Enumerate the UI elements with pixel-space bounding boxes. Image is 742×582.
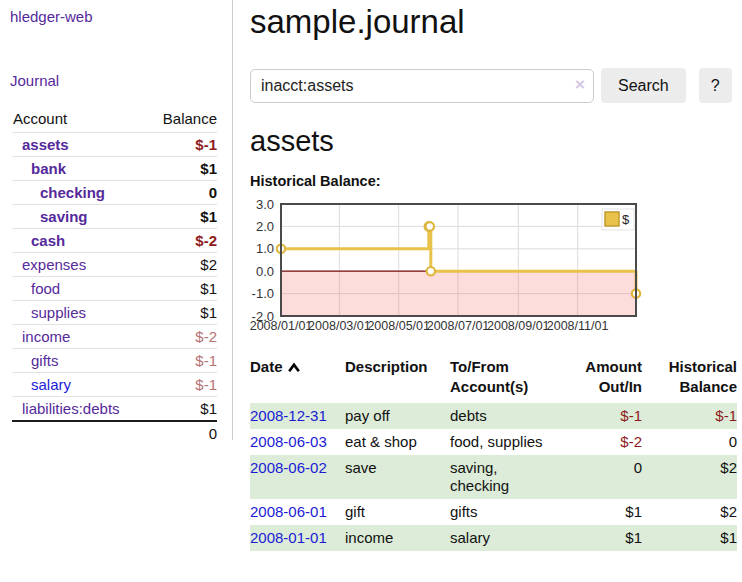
account-page-title: assets bbox=[250, 124, 742, 158]
account-row: checking0 bbox=[12, 181, 217, 205]
account-link[interactable]: liabilities:debts bbox=[12, 400, 120, 417]
transaction-accounts: salary bbox=[450, 525, 560, 551]
account-link[interactable]: income bbox=[12, 328, 70, 345]
register-table-body: 2008-12-31pay offdebts$-1$-12008-06-03ea… bbox=[250, 403, 737, 551]
svg-text:3.0: 3.0 bbox=[256, 197, 274, 212]
transaction-date-link[interactable]: 2008-06-01 bbox=[250, 503, 327, 520]
register-table: Date Description To/From Account(s) Amou… bbox=[250, 355, 737, 551]
accounts-table-body: assets$-1bank$1checking0saving$1cash$-2e… bbox=[12, 133, 217, 446]
account-balance: $1 bbox=[147, 157, 217, 181]
search-input[interactable] bbox=[250, 69, 594, 103]
account-balance: $1 bbox=[147, 205, 217, 229]
accounts-table: Account Balance assets$-1bank$1checking0… bbox=[12, 110, 217, 445]
transaction-amount: $-2 bbox=[560, 429, 642, 455]
description-column-header: Description bbox=[345, 355, 450, 403]
account-row: gifts$-1 bbox=[12, 349, 217, 373]
svg-text:0.0: 0.0 bbox=[256, 264, 274, 279]
account-balance: $-1 bbox=[147, 349, 217, 373]
search-button[interactable]: Search bbox=[601, 68, 686, 103]
transaction-date-link[interactable]: 2008-01-01 bbox=[250, 529, 327, 546]
account-row: supplies$1 bbox=[12, 301, 217, 325]
account-link[interactable]: supplies bbox=[12, 304, 86, 321]
search-input-wrapper: × bbox=[250, 69, 594, 103]
transaction-description: eat & shop bbox=[345, 429, 450, 455]
account-link[interactable]: expenses bbox=[12, 256, 86, 273]
account-row: saving$1 bbox=[12, 205, 217, 229]
accounts-total-balance: 0 bbox=[147, 421, 217, 445]
account-balance: $1 bbox=[147, 301, 217, 325]
main-content: sample.journal × Search ? assets Histori… bbox=[234, 0, 742, 551]
account-balance: $-1 bbox=[147, 133, 217, 157]
search-form: × Search ? bbox=[250, 68, 742, 103]
account-balance: $2 bbox=[147, 253, 217, 277]
transaction-description: save bbox=[345, 455, 450, 499]
transaction-date-link[interactable]: 2008-06-03 bbox=[250, 433, 327, 450]
account-balance: $1 bbox=[147, 397, 217, 422]
amount-column-header: Amount Out/In bbox=[560, 355, 642, 403]
account-balance: 0 bbox=[147, 181, 217, 205]
transaction-amount: $1 bbox=[560, 499, 642, 525]
account-balance: $-2 bbox=[147, 229, 217, 253]
svg-text:2008/03/01: 2008/03/01 bbox=[308, 319, 371, 333]
account-link[interactable]: food bbox=[12, 280, 60, 297]
clear-search-icon[interactable]: × bbox=[575, 75, 585, 95]
accounts-total-row: 0 bbox=[12, 421, 217, 445]
account-column-header: Account bbox=[12, 110, 147, 133]
transaction-amount: $1 bbox=[560, 525, 642, 551]
account-row: expenses$2 bbox=[12, 253, 217, 277]
account-link[interactable]: assets bbox=[12, 136, 69, 153]
balance-column-header: Balance bbox=[147, 110, 217, 133]
account-balance: $-2 bbox=[147, 325, 217, 349]
register-row: 2008-01-01incomesalary$1$1 bbox=[250, 525, 737, 551]
account-link[interactable]: cash bbox=[12, 232, 65, 249]
account-link[interactable]: checking bbox=[12, 184, 105, 201]
account-row: food$1 bbox=[12, 277, 217, 301]
account-balance: $-1 bbox=[147, 373, 217, 397]
balance-column-header-register: Historical Balance bbox=[642, 355, 737, 403]
account-row: liabilities:debts$1 bbox=[12, 397, 217, 422]
svg-text:1.0: 1.0 bbox=[256, 241, 274, 256]
transaction-balance: $1 bbox=[642, 525, 737, 551]
transaction-accounts: gifts bbox=[450, 499, 560, 525]
transaction-accounts: debts bbox=[450, 403, 560, 429]
transaction-description: gift bbox=[345, 499, 450, 525]
transaction-balance: $2 bbox=[642, 455, 737, 499]
account-row: bank$1 bbox=[12, 157, 217, 181]
transaction-accounts: saving, checking bbox=[450, 455, 560, 499]
svg-text:$: $ bbox=[622, 212, 630, 227]
account-link[interactable]: saving bbox=[12, 208, 88, 225]
sidebar-item-journal[interactable]: Journal bbox=[10, 72, 59, 89]
register-row: 2008-06-02savesaving, checking0$2 bbox=[250, 455, 737, 499]
transaction-date-link[interactable]: 2008-12-31 bbox=[250, 407, 327, 424]
account-link[interactable]: salary bbox=[12, 376, 71, 393]
app-title-link[interactable]: hledger-web bbox=[10, 8, 93, 25]
svg-text:2008/05/01: 2008/05/01 bbox=[367, 319, 430, 333]
transaction-balance: 0 bbox=[642, 429, 737, 455]
transaction-accounts: food, supplies bbox=[450, 429, 560, 455]
transaction-date-link[interactable]: 2008-06-02 bbox=[250, 459, 327, 476]
historical-balance-chart[interactable]: $3.02.01.00.0-1.0-2.02008/01/012008/03/0… bbox=[244, 195, 644, 337]
account-link[interactable]: gifts bbox=[12, 352, 59, 369]
transaction-description: pay off bbox=[345, 403, 450, 429]
help-button[interactable]: ? bbox=[699, 68, 732, 103]
svg-text:2008/09/01: 2008/09/01 bbox=[487, 319, 550, 333]
accounts-table-header: Account Balance bbox=[12, 110, 217, 133]
transaction-amount: 0 bbox=[560, 455, 642, 499]
svg-text:2.0: 2.0 bbox=[256, 219, 274, 234]
chart-label: Historical Balance: bbox=[250, 172, 742, 190]
register-header-row: Date Description To/From Account(s) Amou… bbox=[250, 355, 737, 403]
account-row: cash$-2 bbox=[12, 229, 217, 253]
page-title: sample.journal bbox=[250, 2, 742, 42]
account-row: salary$-1 bbox=[12, 373, 217, 397]
transaction-balance: $-1 bbox=[642, 403, 737, 429]
sidebar: hledger-web Journal Account Balance asse… bbox=[0, 0, 233, 440]
svg-text:2008/01/01: 2008/01/01 bbox=[250, 319, 313, 333]
register-row: 2008-12-31pay offdebts$-1$-1 bbox=[250, 403, 737, 429]
date-column-header[interactable]: Date bbox=[250, 355, 345, 403]
register-row: 2008-06-03eat & shopfood, supplies$-20 bbox=[250, 429, 737, 455]
sort-ascending-icon bbox=[287, 362, 301, 373]
account-link[interactable]: bank bbox=[12, 160, 66, 177]
transaction-balance: $2 bbox=[642, 499, 737, 525]
svg-text:2008/11/01: 2008/11/01 bbox=[547, 319, 609, 333]
register-row: 2008-06-01giftgifts$1$2 bbox=[250, 499, 737, 525]
